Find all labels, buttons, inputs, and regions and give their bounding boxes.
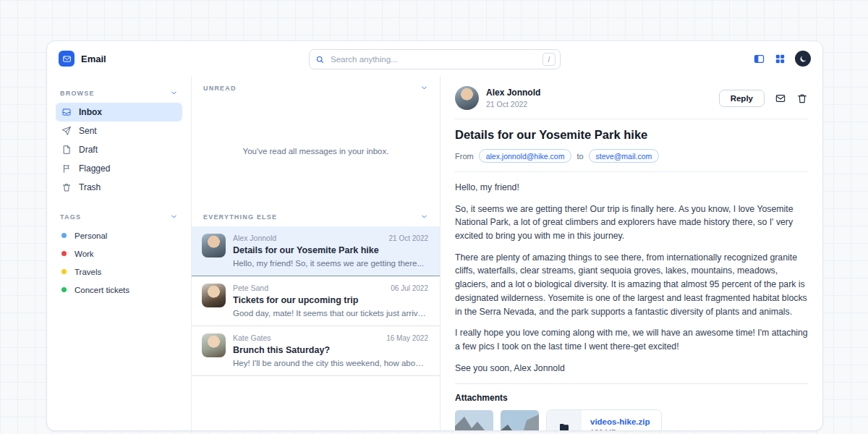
from-to-row: From alex.jonnold@hike.com to steve@mail… [455,149,808,163]
message-list-item[interactable]: Alex Jonnold 21 Oct 2022 Details for our… [192,226,440,276]
layout-toggle-icon [753,53,765,65]
trash-icon [796,93,808,104]
message-detail-pane: Alex Jonnold 21 Oct 2022 Reply De [441,76,822,430]
tag-label: Personal [75,231,107,240]
unread-empty-state: You've read all messages in your inbox. [192,98,440,205]
tag-color-dot [61,251,67,256]
dark-mode-button[interactable] [795,51,811,67]
avatar [202,234,226,258]
search-shortcut-badge: / [542,53,556,66]
app-brand: Email [59,51,106,67]
browse-section-label: Browse [60,90,95,97]
chevron-down-icon [420,84,428,92]
divider [455,383,808,384]
sidebar-item-trash[interactable]: Trash [56,178,182,197]
email-body: Hello, my friend! So, it seems we are ge… [455,181,808,375]
message-preview: Hey! I'll be around the city this weeken… [233,359,428,367]
trash-icon [61,182,72,192]
message-sender: Alex Jonnold [233,234,276,242]
message-list-item[interactable]: Pete Sand 06 Jul 2022 Tickets for our up… [192,276,440,326]
tag-item-personal[interactable]: Personal [56,226,182,244]
email-logo-icon [59,51,75,67]
sidebar-item-label: Trash [79,182,101,192]
message-date: 06 Jul 2022 [391,284,428,292]
email-paragraph: See you soon, Alex Jonnold [455,362,808,375]
sidebar-item-label: Draft [79,145,98,155]
tags-section-header[interactable]: Tags [56,207,182,226]
tags-section: Tags Personal Work [56,207,182,299]
chevron-down-icon [170,89,178,97]
delete-button[interactable] [796,93,808,104]
message-subject: Brunch this Saturday? [233,345,428,355]
dark-mode-moon-icon [799,55,807,63]
unread-section-header[interactable]: Unread [192,76,440,98]
attachments-label: Attachments [455,393,808,403]
avatar [202,284,226,307]
message-list: Unread You've read all messages in your … [192,76,441,430]
everything-else-section-header[interactable]: Everything Else [192,205,440,226]
message-summary: Alex Jonnold 21 Oct 2022 Details for our… [233,234,428,268]
tag-item-work[interactable]: Work [56,244,182,263]
desktop-background: Email / [0,0,868,434]
message-sender: Kate Gates [233,333,271,342]
tag-label: Concert tickets [75,286,129,294]
unread-section-label: Unread [203,85,237,92]
detail-header: Alex Jonnold 21 Oct 2022 Reply [455,86,808,110]
layout-toggle-button[interactable] [753,53,765,65]
to-label: to [576,152,583,161]
attachment-image-2[interactable] [501,410,539,431]
sidebar-item-flagged[interactable]: Flagged [56,159,182,178]
folder-icon [547,410,582,431]
sidebar: Browse Inbox Sent Draft [47,76,192,430]
divider [455,171,808,172]
mark-unread-button[interactable] [775,93,786,104]
tag-color-dot [61,287,67,292]
reply-button[interactable]: Reply [719,90,765,107]
email-paragraph: There are plenty of amazing things to se… [455,251,808,318]
detail-date: 21 Oct 2022 [486,100,540,109]
attachment-file-size: 100 MB [590,428,650,431]
app-header: Email / [47,41,822,76]
sidebar-item-label: Inbox [79,107,102,117]
avatar [202,333,226,357]
attachment-file-meta: videos-hike.zip 100 MB [582,417,661,431]
message-list-item[interactable]: Kate Gates 16 May 2022 Brunch this Satur… [192,326,440,376]
detail-actions: Reply [719,90,808,107]
tags-section-label: Tags [60,213,81,221]
browse-section-header[interactable]: Browse [56,83,182,103]
everything-else-section-label: Everything Else [203,213,277,221]
tag-item-concert-tickets[interactable]: Concert tickets [56,281,182,299]
chevron-down-icon [170,213,178,221]
from-address-chip[interactable]: alex.jonnold@hike.com [479,149,572,163]
attachments-row: videos-hike.zip 100 MB [455,409,808,431]
tag-color-dot [61,269,67,274]
detail-subject: Details for our Yosemite Park hike [455,128,808,142]
attachment-file-card[interactable]: videos-hike.zip 100 MB [546,409,662,431]
to-address-chip[interactable]: steve@mail.com [589,149,660,163]
app-title: Email [81,54,106,64]
message-subject: Tickets for our upcoming trip [233,295,428,305]
attachment-file-name[interactable]: videos-hike.zip [590,417,650,426]
sidebar-item-inbox[interactable]: Inbox [56,103,182,122]
sidebar-item-sent[interactable]: Sent [56,122,182,140]
attachment-image-1[interactable] [455,410,493,431]
app-main: Browse Inbox Sent Draft [47,76,822,430]
avatar [455,86,479,110]
grid-view-button[interactable] [774,53,786,65]
chevron-down-icon [420,213,428,221]
message-date: 21 Oct 2022 [389,234,428,242]
sidebar-item-draft[interactable]: Draft [56,140,182,159]
email-paragraph: So, it seems we are getting there! Our t… [455,203,808,243]
email-paragraph: Hello, my friend! [455,181,808,195]
envelope-icon [775,93,786,104]
tag-item-travels[interactable]: Travels [56,263,182,281]
grid-view-icon [774,53,786,65]
sidebar-item-label: Sent [79,126,97,136]
draft-icon [61,145,72,155]
message-sender: Pete Sand [233,284,268,292]
search-box[interactable]: / [309,49,561,69]
search-input[interactable] [329,54,538,64]
message-preview: Hello, my friend! So, it seems we are ge… [233,259,428,268]
detail-sender-name: Alex Jonnold [486,88,540,98]
tag-label: Travels [75,268,101,276]
